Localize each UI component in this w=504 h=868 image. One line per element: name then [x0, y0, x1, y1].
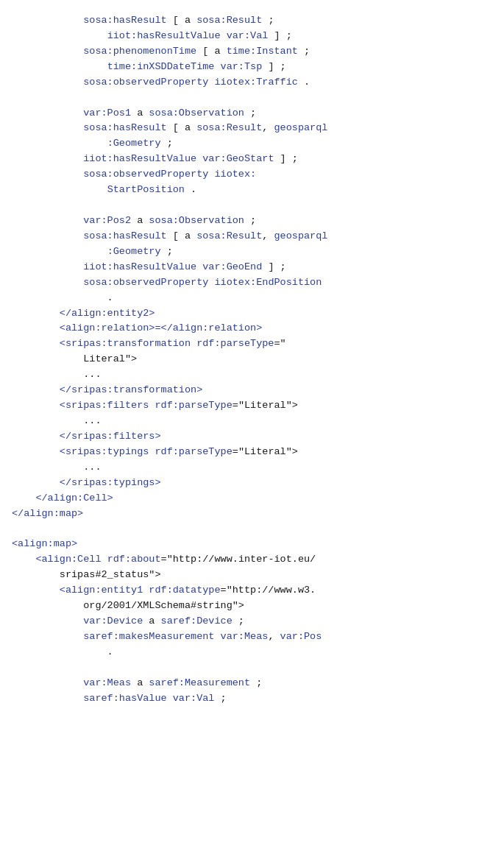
code-line: . [12, 291, 501, 306]
code-token: geosparql [274, 230, 327, 241]
code-token: <align:map> [12, 538, 77, 549]
code-token: ... [60, 462, 102, 473]
code-token: var:Device [83, 615, 143, 627]
code-line: sosa:observedProperty iiotex: [12, 167, 501, 183]
code-token: rdf:parseType [155, 400, 232, 411]
code-token: ="Literal"> [233, 400, 298, 411]
code-token: ; [250, 677, 262, 688]
code-line: var:Pos1 a sosa:Observation ; [12, 106, 501, 121]
code-line: ... [12, 460, 501, 476]
code-line: time:inXSDDateTime var:Tsp ] ; [12, 60, 501, 75]
code-token: </align:Cell> [35, 493, 113, 504]
code-token: </sripas:filters> [60, 431, 161, 442]
code-token: StartPosition [107, 184, 185, 195]
code-token: iiot:hasResultValue [83, 153, 196, 164]
code-line: Literal"> [12, 352, 501, 367]
code-token: . [83, 292, 113, 303]
code-token: , [262, 122, 274, 133]
code-line: <align:relation>=</align:relation> [12, 321, 501, 336]
code-token: ] ; [262, 261, 285, 272]
code-line: saref:makesMeasurement var:Meas, var:Pos [12, 629, 501, 645]
code-token: rdf:parseType [155, 446, 232, 457]
code-line: <align:map> [12, 537, 501, 552]
code-line: :Geometry ; [12, 136, 501, 152]
code-line: ... [12, 414, 501, 429]
code-token: <sripas:filters [60, 400, 149, 411]
code-token: rdf:datatype [149, 585, 220, 596]
code-token: , [268, 631, 280, 642]
code-line: <sripas:typings rdf:parseType="Literal"> [12, 445, 501, 460]
code-token: ; [233, 615, 244, 627]
code-line: sosa:observedProperty iiotex:Traffic . [12, 75, 501, 91]
code-line [12, 521, 501, 537]
code-token: ; [244, 215, 256, 226]
code-token: var:Pos [280, 631, 322, 642]
code-token: <sripas:transformation [60, 338, 191, 349]
code-token: saref:Measurement [149, 677, 250, 688]
code-line: var:Device a saref:Device ; [12, 614, 501, 629]
code-token: </align:map> [12, 508, 83, 519]
code-token: iiotex:EndPosition [214, 277, 322, 288]
code-token: ; [262, 15, 274, 26]
code-line [12, 660, 501, 676]
code-token [83, 138, 107, 149]
code-token: a [131, 677, 149, 688]
code-token: sosa:Result [196, 122, 262, 133]
code-token: <align:relation>=</align:relation> [60, 322, 262, 334]
code-token: time:inXSDDateTime [107, 61, 215, 72]
code-token [83, 246, 107, 257]
code-line: var:Pos2 a sosa:Observation ; [12, 214, 501, 229]
code-token: sosa:hasResult [83, 230, 166, 241]
code-token: ="http://www.inter-iot.eu/ [161, 554, 316, 565]
code-token: sosa:observedProperty [83, 169, 208, 180]
code-token: ... [60, 415, 102, 426]
code-line: ... [12, 367, 501, 383]
code-line: <align:Cell rdf:about="http://www.inter-… [12, 552, 501, 568]
code-line: org/2001/XMLSchema#string"> [12, 599, 501, 614]
code-token [214, 631, 220, 642]
code-line: saref:hasValue var:Val ; [12, 691, 501, 707]
code-token [167, 693, 173, 704]
code-token: ] ; [262, 61, 285, 72]
code-token: var:Meas [83, 677, 131, 688]
code-line: . [12, 645, 501, 660]
code-token: a [143, 615, 160, 627]
code-token [83, 61, 107, 72]
code-line: </sripas:filters> [12, 429, 501, 445]
code-token: :Geometry [107, 138, 161, 149]
code-token: ; [161, 138, 173, 149]
code-token: saref:Device [161, 615, 233, 627]
code-line: sosa:hasResult [ a sosa:Result ; [12, 13, 501, 29]
code-token [191, 338, 196, 349]
code-line [12, 198, 501, 214]
code-line: </sripas:transformation> [12, 383, 501, 398]
code-token: iiotex: [214, 169, 256, 180]
code-token: , [262, 230, 274, 241]
code-token [83, 30, 107, 41]
code-token: [ a [167, 122, 197, 133]
code-line: :Geometry ; [12, 244, 501, 260]
code-token: org/2001/XMLSchema#string"> [60, 600, 244, 611]
code-line: sosa:hasResult [ a sosa:Result, geosparq… [12, 229, 501, 244]
code-line: iiot:hasResultValue var:Val ] ; [12, 29, 501, 44]
code-token: var:Meas [221, 631, 269, 642]
code-token: :Geometry [107, 246, 161, 257]
code-token: a [131, 215, 149, 226]
code-token: sosa:observedProperty [83, 277, 208, 288]
code-line: sosa:observedProperty iiotex:EndPosition [12, 275, 501, 291]
code-token [221, 30, 227, 41]
code-token: </sripas:typings> [60, 477, 161, 488]
code-token: sosa:Observation [149, 107, 244, 119]
code-token: [ a [196, 46, 227, 57]
code-token: Literal"> [60, 353, 137, 364]
code-token: var:GeoEnd [202, 261, 262, 272]
code-token: ] ; [268, 30, 291, 41]
code-line: var:Meas a saref:Measurement ; [12, 676, 501, 691]
code-token: ... [60, 369, 102, 380]
code-line: </sripas:typings> [12, 476, 501, 491]
code-token: sosa:observedProperty [83, 77, 208, 88]
code-token: . [83, 646, 113, 657]
code-token: time:Instant [227, 46, 298, 57]
code-token: iiotex:Traffic [214, 77, 297, 88]
code-token: sosa:Observation [149, 215, 244, 226]
